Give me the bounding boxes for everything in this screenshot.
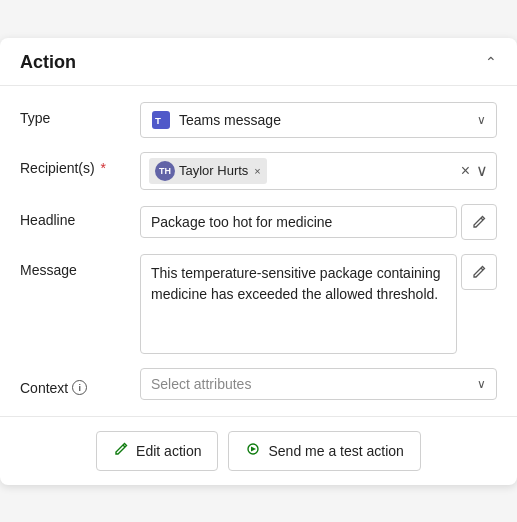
context-placeholder: Select attributes (151, 376, 251, 392)
headline-input-group: Package too hot for medicine (140, 204, 497, 240)
context-select[interactable]: Select attributes ∨ (140, 368, 497, 400)
type-value: Teams message (179, 112, 281, 128)
type-label: Type (20, 102, 130, 126)
collapse-icon[interactable]: ⌃ (485, 54, 497, 70)
recipients-label: Recipient(s) * (20, 152, 130, 176)
edit-action-button[interactable]: Edit action (96, 431, 218, 471)
edit-action-icon (113, 441, 129, 461)
card-footer: Edit action Send me a test action (0, 416, 517, 485)
message-input-group: This temperature-sensitive package conta… (140, 254, 497, 354)
recipient-name: Taylor Hurts (179, 163, 248, 178)
recipient-avatar: TH (155, 161, 175, 181)
test-action-label: Send me a test action (268, 443, 403, 459)
context-chevron-icon: ∨ (477, 377, 486, 391)
recipient-chevron-icon[interactable]: ∨ (476, 161, 488, 180)
message-label: Message (20, 254, 130, 278)
headline-edit-button[interactable] (461, 204, 497, 240)
type-select[interactable]: T Teams message ∨ (140, 102, 497, 138)
type-row: Type T Teams message ∨ (20, 102, 497, 138)
test-action-icon (245, 441, 261, 461)
teams-icon: T (151, 110, 171, 130)
context-info-icon[interactable]: i (72, 380, 87, 395)
headline-input[interactable]: Package too hot for medicine (140, 206, 457, 238)
recipient-tag: TH Taylor Hurts × (149, 158, 267, 184)
recipient-box[interactable]: TH Taylor Hurts × × ∨ (140, 152, 497, 190)
headline-edit-icon (471, 214, 487, 230)
recipient-remove-icon[interactable]: × (254, 165, 260, 177)
test-action-button[interactable]: Send me a test action (228, 431, 420, 471)
recipient-actions: × ∨ (461, 161, 488, 180)
type-select-inner: T Teams message (151, 110, 281, 130)
edit-action-label: Edit action (136, 443, 201, 459)
type-control: T Teams message ∨ (140, 102, 497, 138)
recipients-row: Recipient(s) * TH Taylor Hurts × × ∨ (20, 152, 497, 190)
required-marker: * (97, 160, 106, 176)
message-edit-icon (471, 264, 487, 280)
message-edit-button[interactable] (461, 254, 497, 290)
context-label-group: Context i (20, 372, 130, 396)
headline-control: Package too hot for medicine (140, 204, 497, 240)
card-title: Action (20, 52, 76, 73)
action-card: Action ⌃ Type T Teams message (0, 38, 517, 485)
context-row: Context i Select attributes ∨ (20, 368, 497, 400)
headline-row: Headline Package too hot for medicine (20, 204, 497, 240)
context-control: Select attributes ∨ (140, 368, 497, 400)
message-textarea[interactable]: This temperature-sensitive package conta… (140, 254, 457, 354)
card-header: Action ⌃ (0, 38, 517, 86)
message-control: This temperature-sensitive package conta… (140, 254, 497, 354)
type-chevron-icon: ∨ (477, 113, 486, 127)
svg-text:T: T (155, 114, 161, 125)
recipients-control: TH Taylor Hurts × × ∨ (140, 152, 497, 190)
context-label: Context (20, 380, 68, 396)
recipient-clear-icon[interactable]: × (461, 162, 470, 180)
message-row: Message This temperature-sensitive packa… (20, 254, 497, 354)
card-body: Type T Teams message ∨ (0, 86, 517, 416)
headline-label: Headline (20, 204, 130, 228)
